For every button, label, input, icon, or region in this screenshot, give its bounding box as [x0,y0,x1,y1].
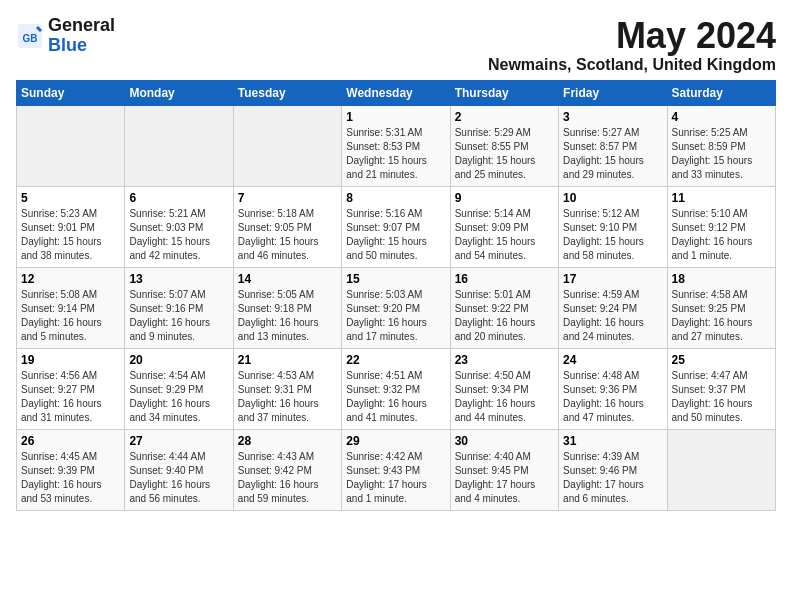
calendar-cell [17,105,125,186]
logo-icon: GB [16,22,44,50]
day-number: 23 [455,353,554,367]
location-title: Newmains, Scotland, United Kingdom [488,56,776,74]
day-number: 13 [129,272,228,286]
day-number: 21 [238,353,337,367]
day-number: 30 [455,434,554,448]
calendar-cell: 25Sunrise: 4:47 AM Sunset: 9:37 PM Dayli… [667,348,775,429]
day-number: 18 [672,272,771,286]
day-number: 19 [21,353,120,367]
day-number: 31 [563,434,662,448]
day-info: Sunrise: 4:39 AM Sunset: 9:46 PM Dayligh… [563,450,662,506]
logo-blue-text: Blue [48,35,87,55]
calendar-cell: 10Sunrise: 5:12 AM Sunset: 9:10 PM Dayli… [559,186,667,267]
calendar-cell: 29Sunrise: 4:42 AM Sunset: 9:43 PM Dayli… [342,429,450,510]
day-number: 17 [563,272,662,286]
calendar-cell: 22Sunrise: 4:51 AM Sunset: 9:32 PM Dayli… [342,348,450,429]
calendar-cell: 5Sunrise: 5:23 AM Sunset: 9:01 PM Daylig… [17,186,125,267]
month-title: May 2024 [488,16,776,56]
page-header: GB General Blue May 2024 Newmains, Scotl… [16,16,776,74]
day-number: 25 [672,353,771,367]
calendar-cell [233,105,341,186]
day-number: 1 [346,110,445,124]
day-info: Sunrise: 4:43 AM Sunset: 9:42 PM Dayligh… [238,450,337,506]
day-info: Sunrise: 5:21 AM Sunset: 9:03 PM Dayligh… [129,207,228,263]
day-number: 14 [238,272,337,286]
day-number: 22 [346,353,445,367]
day-info: Sunrise: 5:18 AM Sunset: 9:05 PM Dayligh… [238,207,337,263]
weekday-header-thursday: Thursday [450,80,558,105]
weekday-header-monday: Monday [125,80,233,105]
calendar-cell: 27Sunrise: 4:44 AM Sunset: 9:40 PM Dayli… [125,429,233,510]
day-number: 11 [672,191,771,205]
calendar-cell: 21Sunrise: 4:53 AM Sunset: 9:31 PM Dayli… [233,348,341,429]
calendar-table: SundayMondayTuesdayWednesdayThursdayFrid… [16,80,776,511]
calendar-cell: 18Sunrise: 4:58 AM Sunset: 9:25 PM Dayli… [667,267,775,348]
day-number: 7 [238,191,337,205]
calendar-cell: 19Sunrise: 4:56 AM Sunset: 9:27 PM Dayli… [17,348,125,429]
calendar-cell: 9Sunrise: 5:14 AM Sunset: 9:09 PM Daylig… [450,186,558,267]
day-number: 10 [563,191,662,205]
day-info: Sunrise: 5:01 AM Sunset: 9:22 PM Dayligh… [455,288,554,344]
calendar-cell: 17Sunrise: 4:59 AM Sunset: 9:24 PM Dayli… [559,267,667,348]
day-info: Sunrise: 4:40 AM Sunset: 9:45 PM Dayligh… [455,450,554,506]
day-number: 9 [455,191,554,205]
calendar-cell: 1Sunrise: 5:31 AM Sunset: 8:53 PM Daylig… [342,105,450,186]
day-info: Sunrise: 5:10 AM Sunset: 9:12 PM Dayligh… [672,207,771,263]
day-info: Sunrise: 5:29 AM Sunset: 8:55 PM Dayligh… [455,126,554,182]
day-info: Sunrise: 4:54 AM Sunset: 9:29 PM Dayligh… [129,369,228,425]
calendar-cell: 4Sunrise: 5:25 AM Sunset: 8:59 PM Daylig… [667,105,775,186]
logo: GB General Blue [16,16,115,56]
calendar-cell [125,105,233,186]
calendar-cell: 15Sunrise: 5:03 AM Sunset: 9:20 PM Dayli… [342,267,450,348]
calendar-cell: 24Sunrise: 4:48 AM Sunset: 9:36 PM Dayli… [559,348,667,429]
day-info: Sunrise: 5:08 AM Sunset: 9:14 PM Dayligh… [21,288,120,344]
svg-text:GB: GB [23,33,38,44]
day-number: 15 [346,272,445,286]
day-info: Sunrise: 5:23 AM Sunset: 9:01 PM Dayligh… [21,207,120,263]
weekday-header-friday: Friday [559,80,667,105]
day-info: Sunrise: 5:31 AM Sunset: 8:53 PM Dayligh… [346,126,445,182]
calendar-cell: 2Sunrise: 5:29 AM Sunset: 8:55 PM Daylig… [450,105,558,186]
day-number: 8 [346,191,445,205]
calendar-cell: 30Sunrise: 4:40 AM Sunset: 9:45 PM Dayli… [450,429,558,510]
day-info: Sunrise: 5:27 AM Sunset: 8:57 PM Dayligh… [563,126,662,182]
day-info: Sunrise: 5:12 AM Sunset: 9:10 PM Dayligh… [563,207,662,263]
day-info: Sunrise: 5:25 AM Sunset: 8:59 PM Dayligh… [672,126,771,182]
day-number: 3 [563,110,662,124]
day-number: 5 [21,191,120,205]
day-info: Sunrise: 4:42 AM Sunset: 9:43 PM Dayligh… [346,450,445,506]
day-info: Sunrise: 5:03 AM Sunset: 9:20 PM Dayligh… [346,288,445,344]
day-info: Sunrise: 4:45 AM Sunset: 9:39 PM Dayligh… [21,450,120,506]
title-area: May 2024 Newmains, Scotland, United King… [488,16,776,74]
day-number: 12 [21,272,120,286]
day-number: 20 [129,353,228,367]
day-info: Sunrise: 4:50 AM Sunset: 9:34 PM Dayligh… [455,369,554,425]
day-number: 27 [129,434,228,448]
calendar-cell: 23Sunrise: 4:50 AM Sunset: 9:34 PM Dayli… [450,348,558,429]
calendar-cell: 6Sunrise: 5:21 AM Sunset: 9:03 PM Daylig… [125,186,233,267]
calendar-cell: 16Sunrise: 5:01 AM Sunset: 9:22 PM Dayli… [450,267,558,348]
calendar-cell: 7Sunrise: 5:18 AM Sunset: 9:05 PM Daylig… [233,186,341,267]
weekday-header-wednesday: Wednesday [342,80,450,105]
day-info: Sunrise: 5:05 AM Sunset: 9:18 PM Dayligh… [238,288,337,344]
day-info: Sunrise: 4:53 AM Sunset: 9:31 PM Dayligh… [238,369,337,425]
calendar-cell: 13Sunrise: 5:07 AM Sunset: 9:16 PM Dayli… [125,267,233,348]
day-number: 28 [238,434,337,448]
calendar-cell: 14Sunrise: 5:05 AM Sunset: 9:18 PM Dayli… [233,267,341,348]
day-number: 26 [21,434,120,448]
calendar-cell: 26Sunrise: 4:45 AM Sunset: 9:39 PM Dayli… [17,429,125,510]
day-info: Sunrise: 5:16 AM Sunset: 9:07 PM Dayligh… [346,207,445,263]
day-info: Sunrise: 4:47 AM Sunset: 9:37 PM Dayligh… [672,369,771,425]
day-number: 29 [346,434,445,448]
calendar-cell: 8Sunrise: 5:16 AM Sunset: 9:07 PM Daylig… [342,186,450,267]
day-info: Sunrise: 4:56 AM Sunset: 9:27 PM Dayligh… [21,369,120,425]
day-number: 24 [563,353,662,367]
calendar-cell: 28Sunrise: 4:43 AM Sunset: 9:42 PM Dayli… [233,429,341,510]
day-info: Sunrise: 4:51 AM Sunset: 9:32 PM Dayligh… [346,369,445,425]
day-number: 6 [129,191,228,205]
calendar-cell: 12Sunrise: 5:08 AM Sunset: 9:14 PM Dayli… [17,267,125,348]
calendar-cell [667,429,775,510]
calendar-cell: 3Sunrise: 5:27 AM Sunset: 8:57 PM Daylig… [559,105,667,186]
calendar-cell: 11Sunrise: 5:10 AM Sunset: 9:12 PM Dayli… [667,186,775,267]
weekday-header-sunday: Sunday [17,80,125,105]
